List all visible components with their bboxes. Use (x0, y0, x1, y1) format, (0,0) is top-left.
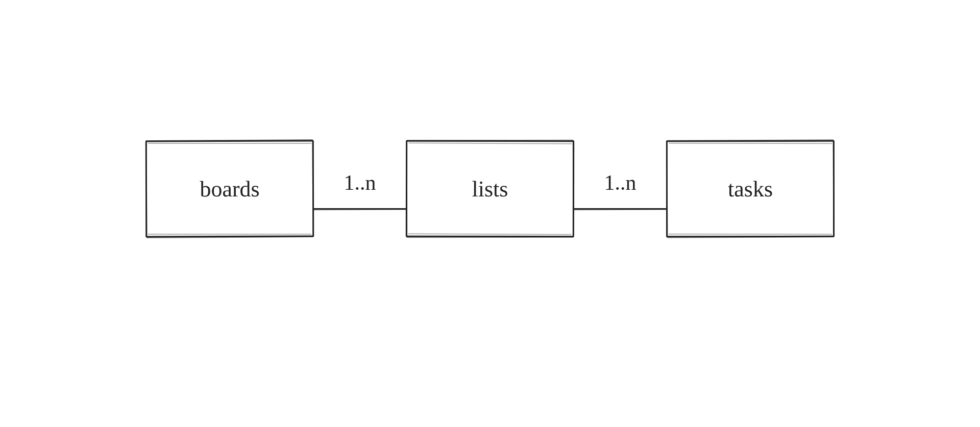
entity-tasks-label: tasks (728, 175, 773, 202)
entity-lists: lists (406, 140, 574, 238)
relation-lists-tasks-line (574, 208, 666, 210)
relation-boards-lists: 1..n (314, 173, 406, 205)
entity-boards: boards (145, 140, 314, 238)
entity-lists-label: lists (472, 175, 508, 202)
relation-lists-tasks: 1..n (574, 173, 666, 205)
relation-boards-lists-line (314, 208, 406, 210)
entity-boards-label: boards (200, 175, 259, 202)
relation-lists-tasks-label: 1..n (604, 170, 636, 195)
relation-boards-lists-label: 1..n (344, 170, 376, 195)
entity-tasks: tasks (666, 140, 835, 237)
entity-relationship-diagram: boards 1..n lists 1..n tasks (0, 133, 980, 245)
